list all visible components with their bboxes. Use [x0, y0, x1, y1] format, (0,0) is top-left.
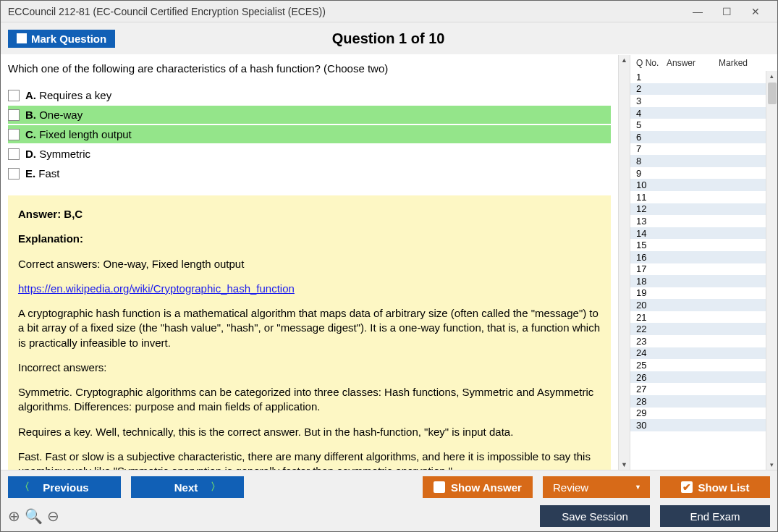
scroll-down-icon[interactable]: ▾ — [770, 460, 774, 470]
zoom-reset-icon[interactable]: 🔍 — [25, 507, 43, 525]
option-label: C. Fixed length output — [25, 128, 132, 140]
question-list[interactable]: 1234567891011121314151617181920212223242… — [630, 71, 777, 470]
checkbox-icon[interactable] — [8, 168, 20, 180]
question-list-header: Q No. Answer Marked — [630, 55, 777, 71]
incorrect-label: Incorrect answers: — [18, 360, 601, 375]
footer: 〈 Previous Next 〉 Show Answer Review ▼ ✔… — [1, 470, 777, 531]
question-list-row[interactable]: 28 — [630, 395, 777, 408]
question-list-row[interactable]: 13 — [630, 215, 777, 227]
question-list-row[interactable]: 7 — [630, 143, 777, 156]
next-button[interactable]: Next 〉 — [131, 476, 244, 498]
question-list-row[interactable]: 21 — [630, 311, 777, 324]
scroll-thumb[interactable] — [768, 83, 777, 104]
explanation-para-2: Symmetric. Cryptographic algorithms can … — [18, 385, 601, 415]
app-window: ECCouncil 212-81 (EC-Council Certified E… — [0, 0, 778, 532]
checkbox-icon — [434, 481, 445, 493]
next-label: Next — [174, 481, 198, 494]
window-title: ECCouncil 212-81 (EC-Council Certified E… — [8, 6, 326, 17]
question-list-row[interactable]: 16 — [630, 251, 777, 263]
option-row[interactable]: A. Requires a key — [8, 86, 611, 104]
col-qno: Q No. — [636, 58, 667, 68]
mark-question-button[interactable]: Mark Question — [8, 30, 115, 48]
main-scrollbar[interactable]: ▲ ▼ — [618, 55, 630, 470]
question-list-row[interactable]: 9 — [630, 167, 777, 180]
show-list-label: Show List — [698, 481, 750, 494]
question-list-row[interactable]: 23 — [630, 335, 777, 347]
question-list-row[interactable]: 30 — [630, 419, 777, 431]
chevron-right-icon: 〉 — [211, 481, 221, 494]
zoom-out-icon[interactable]: ⊖ — [47, 507, 59, 525]
zoom-in-icon[interactable]: ⊕ — [8, 507, 20, 525]
question-list-panel: Q No. Answer Marked 12345678910111213141… — [630, 55, 777, 470]
scroll-down-icon[interactable]: ▼ — [621, 460, 627, 470]
minimize-icon[interactable]: — — [683, 6, 712, 17]
main-pane: Which one of the following are character… — [1, 55, 630, 470]
checkbox-icon — [17, 33, 27, 43]
question-list-row[interactable]: 8 — [630, 155, 777, 167]
question-list-row[interactable]: 29 — [630, 408, 777, 420]
review-label: Review — [553, 481, 588, 494]
question-list-row[interactable]: 4 — [630, 107, 777, 119]
question-list-row[interactable]: 2 — [630, 83, 777, 96]
option-row[interactable]: E. Fast — [8, 164, 611, 182]
end-exam-button[interactable]: End Exam — [660, 505, 770, 527]
toolbar: Mark Question Question 1 of 10 — [1, 22, 777, 54]
col-marked: Marked — [719, 58, 776, 68]
question-list-row[interactable]: 25 — [630, 359, 777, 371]
explanation-para-4: Fast. Fast or slow is a subjective chara… — [18, 449, 601, 470]
question-area: Which one of the following are character… — [1, 55, 618, 470]
answer-panel: Answer: B,C Explanation: Correct answers… — [8, 195, 611, 470]
chevron-down-icon: ▼ — [635, 484, 641, 491]
question-list-row[interactable]: 12 — [630, 203, 777, 216]
zoom-controls: ⊕ 🔍 ⊖ — [8, 507, 59, 525]
content-area: Which one of the following are character… — [1, 54, 777, 470]
question-list-row[interactable]: 10 — [630, 179, 777, 191]
side-scrollbar[interactable]: ▴ ▾ — [766, 71, 777, 470]
option-label: E. Fast — [25, 167, 60, 180]
question-list-row[interactable]: 20 — [630, 299, 777, 311]
option-label: D. Symmetric — [25, 148, 90, 160]
question-list-row[interactable]: 22 — [630, 323, 777, 335]
checkbox-icon[interactable] — [8, 148, 20, 160]
scroll-up-icon[interactable]: ▴ — [770, 71, 774, 81]
option-label: A. Requires a key — [25, 89, 111, 101]
scroll-up-icon[interactable]: ▲ — [621, 55, 627, 65]
option-row[interactable]: B. One-way — [8, 106, 611, 124]
explanation-para-3: Requires a key. Well, technically, this … — [18, 425, 601, 439]
close-icon[interactable]: ✕ — [741, 6, 770, 17]
answer-line: Answer: B,C — [18, 207, 601, 221]
show-answer-button[interactable]: Show Answer — [423, 476, 533, 498]
question-list-row[interactable]: 19 — [630, 287, 777, 300]
checkbox-icon[interactable] — [8, 129, 20, 140]
previous-label: Previous — [43, 481, 88, 494]
question-list-row[interactable]: 3 — [630, 95, 777, 107]
explanation-label: Explanation: — [18, 232, 601, 246]
question-list-row[interactable]: 18 — [630, 275, 777, 287]
save-session-button[interactable]: Save Session — [540, 505, 650, 527]
question-list-row[interactable]: 1 — [630, 71, 777, 83]
reference-link[interactable]: https://en.wikipedia.org/wiki/Cryptograp… — [18, 282, 295, 295]
show-answer-label: Show Answer — [451, 481, 522, 494]
question-list-row[interactable]: 5 — [630, 119, 777, 131]
col-answer: Answer — [667, 58, 719, 68]
checkbox-icon[interactable] — [8, 90, 20, 101]
question-list-row[interactable]: 11 — [630, 191, 777, 203]
question-list-row[interactable]: 27 — [630, 383, 777, 395]
previous-button[interactable]: 〈 Previous — [8, 476, 121, 498]
question-list-row[interactable]: 17 — [630, 263, 777, 276]
option-row[interactable]: C. Fixed length output — [8, 125, 611, 143]
question-counter: Question 1 of 10 — [115, 30, 661, 47]
option-label: B. One-way — [25, 109, 83, 121]
maximize-icon[interactable]: ☐ — [712, 6, 741, 17]
checkbox-icon[interactable] — [8, 109, 20, 121]
question-list-row[interactable]: 14 — [630, 227, 777, 240]
option-row[interactable]: D. Symmetric — [8, 145, 611, 163]
show-list-button[interactable]: ✔ Show List — [660, 476, 770, 498]
mark-question-label: Mark Question — [31, 33, 106, 45]
question-list-row[interactable]: 24 — [630, 347, 777, 360]
checkbox-checked-icon: ✔ — [681, 481, 693, 493]
review-dropdown[interactable]: Review ▼ — [543, 476, 650, 498]
question-list-row[interactable]: 15 — [630, 239, 777, 251]
question-list-row[interactable]: 26 — [630, 371, 777, 384]
question-list-row[interactable]: 6 — [630, 131, 777, 143]
